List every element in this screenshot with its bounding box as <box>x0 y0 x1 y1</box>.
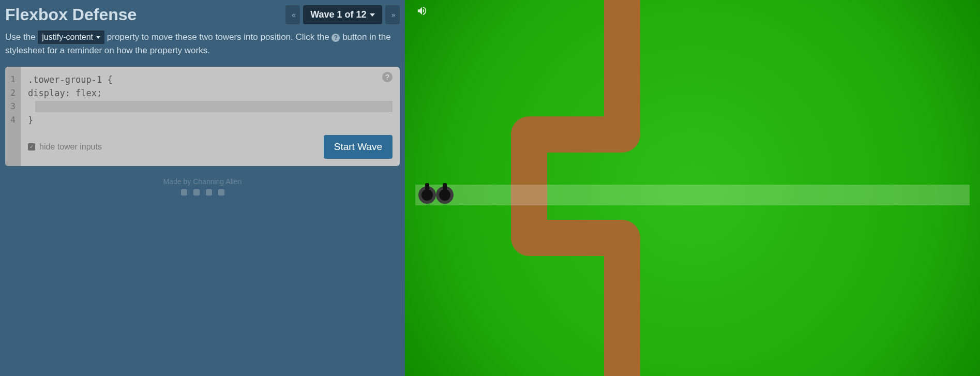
linkedin-icon[interactable] <box>204 188 214 197</box>
next-wave-button[interactable]: » <box>385 5 400 24</box>
css-input[interactable] <box>35 101 393 112</box>
instructions-text: Use the justify-content property to move… <box>5 31 400 57</box>
prev-wave-button[interactable]: « <box>285 5 300 24</box>
credits: Made by Channing Allen <box>5 177 400 197</box>
game-area <box>405 0 980 376</box>
code-line-2: display: flex; <box>28 86 393 100</box>
code-line-1: .tower-group-1 { <box>28 73 393 86</box>
tower[interactable] <box>436 186 454 204</box>
svg-rect-3 <box>218 189 224 195</box>
line-number: 3 <box>5 100 21 113</box>
caret-down-icon <box>96 36 100 39</box>
checkbox-icon: ✓ <box>28 143 35 151</box>
sound-on-icon <box>416 5 428 17</box>
editor-footer: ✓ hide tower inputs Start Wave <box>28 135 393 159</box>
tower[interactable] <box>418 186 436 204</box>
svg-rect-0 <box>181 189 187 195</box>
hide-inputs-toggle[interactable]: ✓ hide tower inputs <box>28 142 102 152</box>
hide-inputs-label: hide tower inputs <box>39 142 102 152</box>
code-editor: 1 2 3 4 ? .tower-group-1 { display: flex… <box>5 67 400 166</box>
instructions-part2: property to move these two towers into p… <box>107 32 332 42</box>
social-links <box>5 188 400 197</box>
wave-selector-button[interactable]: Wave 1 of 12 <box>303 5 382 24</box>
instructions-part1: Use the <box>5 32 38 42</box>
start-wave-button[interactable]: Start Wave <box>324 135 393 159</box>
sound-toggle-button[interactable] <box>416 5 428 19</box>
wave-nav: « Wave 1 of 12 » <box>285 5 400 24</box>
property-chip-label: justify-content <box>42 31 93 43</box>
github-icon[interactable] <box>217 188 226 197</box>
svg-rect-1 <box>193 189 200 195</box>
svg-rect-2 <box>206 189 212 195</box>
line-number: 4 <box>5 113 21 127</box>
header: Flexbox Defense « Wave 1 of 12 » <box>5 5 400 24</box>
facebook-icon[interactable] <box>179 188 189 197</box>
line-number: 2 <box>5 86 21 100</box>
chevron-double-left-icon: « <box>292 11 294 19</box>
code-body: ? .tower-group-1 { display: flex; } ✓ hi… <box>21 67 400 166</box>
page-title: Flexbox Defense <box>5 5 137 24</box>
left-panel: Flexbox Defense « Wave 1 of 12 » Use the… <box>0 0 405 376</box>
tower-group-1 <box>415 185 970 205</box>
property-chip[interactable]: justify-content <box>38 31 104 44</box>
credits-text: Made by Channing Allen <box>5 177 400 186</box>
line-gutter: 1 2 3 4 <box>5 67 21 166</box>
caret-down-icon <box>370 13 375 17</box>
help-icon: ? <box>331 34 340 42</box>
wave-label: Wave 1 of 12 <box>310 9 366 20</box>
code-line-4: } <box>28 113 393 127</box>
game-board <box>405 0 980 376</box>
line-number: 1 <box>5 73 21 86</box>
chevron-double-right-icon: » <box>391 11 394 19</box>
twitter-icon[interactable] <box>192 188 201 197</box>
code-line-3 <box>28 100 393 113</box>
editor-help-button[interactable]: ? <box>382 72 393 82</box>
